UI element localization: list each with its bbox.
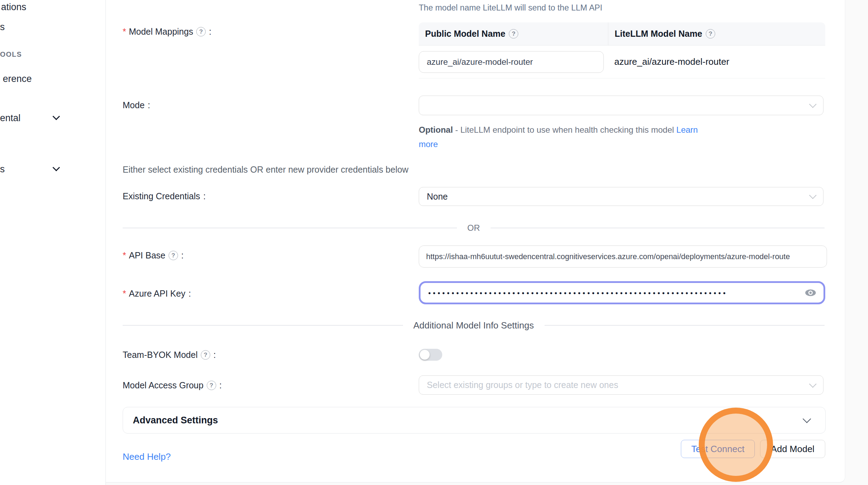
help-circle-icon[interactable]: ? — [706, 29, 715, 39]
chevron-down-icon — [802, 415, 811, 423]
learn-more-link[interactable]: more — [419, 139, 438, 149]
api-base-input[interactable] — [419, 245, 827, 268]
chevron-down-icon — [809, 101, 816, 108]
model-mappings-table: Public Model Name ? LiteLLM Model Name ?… — [419, 22, 825, 78]
sidebar-item-guardrails[interactable]: s — [0, 22, 5, 33]
table-row: azure_ai/azure-model-router — [419, 46, 825, 78]
add-model-button[interactable]: Add Model — [760, 440, 825, 458]
toggle-knob — [420, 350, 430, 360]
litellm-model-name-value: azure_ai/azure-model-router — [608, 56, 729, 67]
required-asterisk: * — [123, 27, 126, 37]
eye-icon[interactable] — [803, 287, 818, 298]
help-circle-icon[interactable]: ? — [196, 27, 206, 36]
or-divider: OR — [123, 223, 825, 233]
info-divider: Additional Model Info Settings — [123, 320, 825, 331]
public-model-name-input[interactable] — [419, 51, 604, 73]
required-asterisk: * — [123, 250, 126, 261]
test-connect-button[interactable]: Test Connect — [681, 440, 755, 458]
mode-helper-text: Optional - LiteLLM endpoint to use when … — [419, 123, 713, 151]
chevron-down-icon — [809, 380, 816, 388]
existing-credentials-value: None — [427, 192, 448, 202]
mode-select[interactable] — [419, 96, 823, 115]
info-divider-text: Additional Model Info Settings — [403, 320, 545, 331]
help-circle-icon[interactable]: ? — [509, 29, 518, 39]
table-header-row: Public Model Name ? LiteLLM Model Name ? — [419, 22, 825, 46]
team-byok-label: Team-BYOK Model ? : — [123, 350, 216, 360]
model-mappings-label-text: Model Mappings — [129, 27, 193, 37]
chevron-down-icon — [53, 164, 60, 171]
learn-more-link[interactable]: Learn — [676, 125, 698, 134]
existing-credentials-label: Existing Credentials : — [123, 191, 206, 201]
or-divider-text: OR — [457, 223, 491, 233]
litellm-model-name-header: LiteLLM Model Name ? — [608, 22, 825, 45]
help-circle-icon[interactable]: ? — [207, 381, 216, 390]
chevron-down-icon — [53, 113, 60, 120]
existing-credentials-select[interactable]: None — [419, 187, 823, 206]
azure-api-key-label: * Azure API Key : — [123, 289, 191, 299]
public-model-name-header: Public Model Name ? — [419, 29, 608, 39]
masked-password-value: ••••••••••••••••••••••••••••••••••••••••… — [428, 289, 803, 297]
sidebar-section-tools: OOLS — [0, 50, 22, 58]
model-access-group-placeholder: Select existing groups or type to create… — [427, 380, 618, 390]
chevron-down-icon — [809, 192, 816, 199]
team-byok-toggle[interactable] — [419, 349, 442, 361]
sidebar-item-settings[interactable]: s — [0, 164, 5, 175]
azure-api-key-input[interactable]: ••••••••••••••••••••••••••••••••••••••••… — [419, 281, 825, 304]
help-circle-icon[interactable]: ? — [169, 251, 178, 260]
model-access-group-label: Model Access Group ? : — [123, 380, 222, 390]
model-access-group-select[interactable]: Select existing groups or type to create… — [419, 375, 823, 395]
help-circle-icon[interactable]: ? — [201, 350, 210, 360]
mode-label: Mode : — [123, 100, 150, 110]
required-asterisk: * — [123, 289, 126, 299]
sidebar-item-organizations[interactable]: ations — [1, 2, 26, 13]
model-mappings-label: * Model Mappings ? : — [123, 27, 211, 37]
api-base-label: * API Base ? : — [123, 250, 184, 261]
need-help-link[interactable]: Need Help? — [123, 451, 171, 462]
sidebar-item-inference[interactable]: erence — [3, 74, 32, 84]
model-name-helper-text: The model name LiteLLM will send to the … — [419, 3, 602, 13]
credentials-note: Either select existing credentials OR en… — [123, 165, 409, 175]
advanced-settings-panel[interactable]: Advanced Settings — [123, 407, 826, 434]
sidebar: ations s OOLS erence ental s — [0, 0, 106, 485]
advanced-settings-title: Advanced Settings — [133, 415, 804, 426]
sidebar-item-experimental[interactable]: ental — [0, 113, 21, 124]
